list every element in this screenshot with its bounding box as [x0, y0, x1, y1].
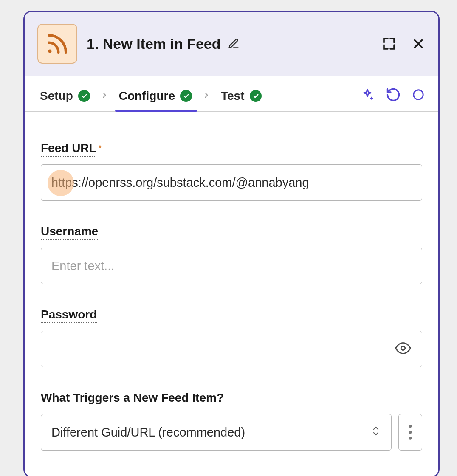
tab-configure[interactable]: Configure: [117, 84, 194, 111]
check-icon: [180, 90, 192, 102]
svg-point-3: [409, 425, 412, 428]
tab-label: Setup: [40, 89, 73, 103]
trigger-label: What Triggers a New Feed Item?: [41, 391, 224, 406]
svg-point-1: [414, 90, 423, 100]
svg-point-0: [48, 50, 52, 53]
field-feed-url: Feed URL*: [41, 141, 422, 201]
config-panel: 1. New Item in Feed Setup: [23, 11, 440, 476]
panel-header: 1. New Item in Feed: [25, 12, 438, 76]
tab-test[interactable]: Test: [219, 84, 263, 111]
tabs-row: Setup Configure Test: [25, 76, 438, 112]
circle-icon[interactable]: [412, 88, 425, 101]
svg-point-2: [401, 346, 405, 350]
tab-label: Test: [221, 89, 245, 103]
form-body: Feed URL* Username Password: [25, 112, 438, 476]
svg-point-4: [409, 431, 412, 434]
refresh-icon[interactable]: [386, 87, 401, 102]
field-password: Password: [41, 308, 422, 367]
trigger-select[interactable]: Different Guid/URL (recommended): [41, 414, 392, 451]
feed-url-label: Feed URL: [41, 141, 96, 157]
more-options-button[interactable]: [398, 414, 422, 451]
tab-setup[interactable]: Setup: [38, 84, 92, 111]
rss-icon: [37, 24, 77, 64]
field-username: Username: [41, 225, 422, 284]
required-indicator: *: [98, 143, 102, 154]
sparkle-icon[interactable]: [360, 87, 375, 102]
edit-icon[interactable]: [228, 38, 240, 50]
close-icon[interactable]: [411, 37, 426, 51]
username-input[interactable]: [41, 248, 422, 284]
more-vertical-icon: [408, 424, 412, 441]
expand-icon[interactable]: [381, 36, 397, 51]
chevron-right-icon: [99, 89, 110, 107]
check-icon: [250, 90, 262, 102]
svg-point-5: [409, 437, 412, 440]
password-input[interactable]: [41, 331, 422, 367]
password-label: Password: [41, 308, 97, 323]
field-trigger: What Triggers a New Feed Item? Different…: [41, 391, 422, 451]
chevron-right-icon: [201, 89, 212, 107]
username-label: Username: [41, 225, 98, 240]
panel-title: 1. New Item in Feed: [87, 36, 221, 52]
eye-icon[interactable]: [395, 340, 411, 358]
chevron-up-down-icon: [371, 424, 381, 441]
feed-url-input[interactable]: [41, 164, 422, 201]
tab-label: Configure: [119, 89, 175, 103]
check-icon: [78, 90, 90, 102]
trigger-selected-value: Different Guid/URL (recommended): [51, 425, 245, 439]
